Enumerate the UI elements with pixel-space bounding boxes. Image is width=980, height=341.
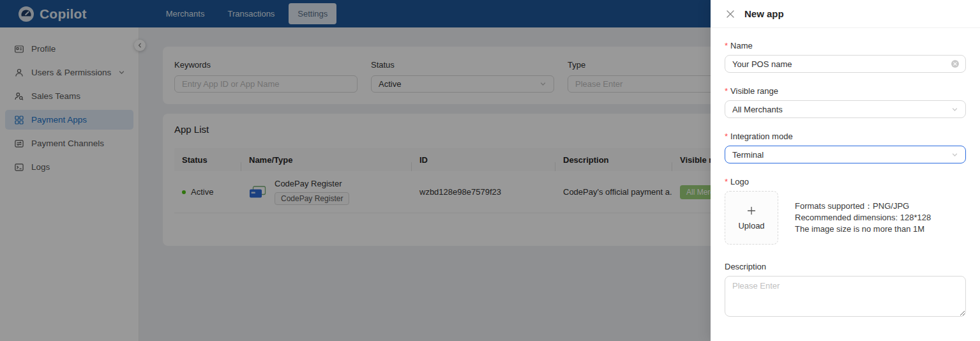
chevron-down-icon — [951, 106, 958, 113]
visible-range-select-value: All Merchants — [732, 105, 783, 114]
drawer-body: *Name *Visible range — [711, 28, 980, 333]
required-asterisk: * — [725, 177, 728, 186]
upload-label: Upload — [738, 221, 764, 231]
name-field-label: *Name — [725, 41, 966, 50]
visible-range-select[interactable]: All Merchants — [725, 100, 966, 118]
visible-range-field-label: *Visible range — [725, 86, 966, 96]
app-root: Copilot Merchants Transactions Settings … — [0, 0, 980, 341]
app-name-input[interactable] — [725, 55, 966, 73]
new-app-drawer: New app *Name — [711, 0, 980, 341]
required-asterisk: * — [725, 86, 728, 96]
hint-dimensions: Recommended dimensions: 128*128 — [795, 212, 931, 224]
required-asterisk: * — [725, 132, 728, 141]
logo-field-label: *Logo — [725, 177, 966, 186]
description-field-label: Description — [725, 262, 966, 271]
required-asterisk: * — [725, 41, 728, 50]
drawer-header: New app — [711, 0, 980, 28]
clear-input-icon[interactable] — [951, 59, 960, 68]
logo-upload-hints: Formats supported：PNG/JPG Recommended di… — [795, 201, 931, 235]
plus-icon — [746, 206, 757, 216]
integration-mode-select-value: Terminal — [732, 150, 764, 160]
logo-upload-button[interactable]: Upload — [725, 191, 778, 245]
close-icon[interactable] — [726, 10, 735, 19]
description-textarea[interactable] — [725, 276, 966, 317]
chevron-down-icon — [951, 151, 958, 158]
drawer-title: New app — [744, 8, 784, 19]
hint-formats: Formats supported：PNG/JPG — [795, 201, 931, 212]
hint-size: The image size is no more than 1M — [795, 224, 931, 235]
integration-mode-select[interactable]: Terminal — [725, 146, 966, 163]
integration-mode-field-label: *Integration mode — [725, 132, 966, 141]
